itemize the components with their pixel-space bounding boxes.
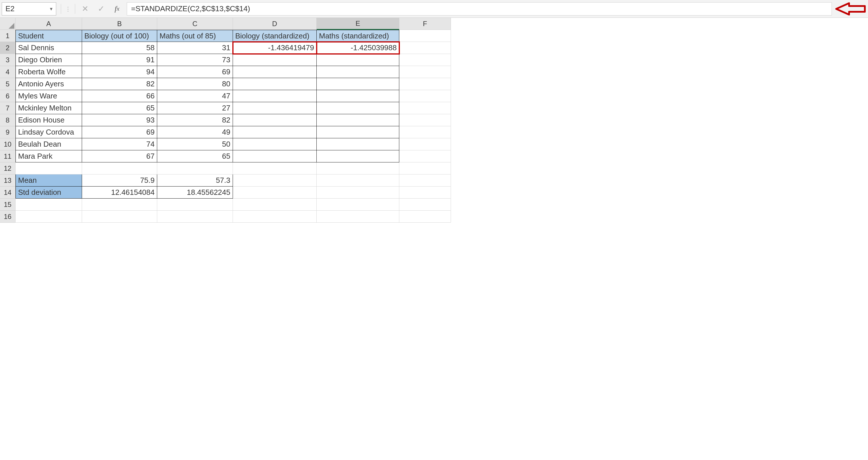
cell-bio[interactable]: 91 <box>82 54 157 66</box>
name-box-dropdown-icon[interactable]: ▾ <box>50 6 53 12</box>
cell-math-std[interactable] <box>317 138 399 150</box>
cell-bio-std[interactable] <box>233 102 317 114</box>
cell-bio[interactable]: 58 <box>82 42 157 54</box>
cell-F2[interactable] <box>399 42 451 54</box>
cell-F1[interactable] <box>399 30 451 42</box>
row-header-4[interactable]: 4 <box>0 66 16 78</box>
header-math-std[interactable]: Maths (standardized) <box>317 30 399 42</box>
cell-bio-std[interactable] <box>233 114 317 126</box>
header-bio-std[interactable]: Biology (standardized) <box>233 30 317 42</box>
cell-F4[interactable] <box>399 66 451 78</box>
enter-icon[interactable]: ✓ <box>93 3 109 15</box>
cell-student[interactable]: Sal Dennis <box>16 42 82 54</box>
cell-student[interactable]: Lindsay Cordova <box>16 126 82 138</box>
cell-F7[interactable] <box>399 102 451 114</box>
col-header-E[interactable]: E <box>317 18 399 30</box>
col-header-D[interactable]: D <box>233 18 317 30</box>
cell-math[interactable]: 47 <box>157 90 233 102</box>
row-header-9[interactable]: 9 <box>0 126 16 138</box>
std-math[interactable]: 18.45562245 <box>157 186 233 198</box>
cell-E13[interactable] <box>317 175 399 186</box>
cell-math[interactable]: 82 <box>157 114 233 126</box>
cell-math-std[interactable]: -1.425039988 <box>317 42 399 54</box>
row-header-8[interactable]: 8 <box>0 114 16 126</box>
cell-student[interactable]: Diego Obrien <box>16 54 82 66</box>
cell-bio-std[interactable] <box>233 54 317 66</box>
col-header-B[interactable]: B <box>82 18 157 30</box>
cell-math-std[interactable] <box>317 150 399 162</box>
cell-D14[interactable] <box>233 186 317 198</box>
cell-F13[interactable] <box>399 175 451 186</box>
row-header-5[interactable]: 5 <box>0 78 16 90</box>
cell-F3[interactable] <box>399 54 451 66</box>
cell-E15[interactable] <box>317 198 399 211</box>
cell-bio[interactable]: 74 <box>82 138 157 150</box>
mean-bio[interactable]: 75.9 <box>82 175 157 186</box>
std-label[interactable]: Std deviation <box>16 186 82 198</box>
cell-bio[interactable]: 94 <box>82 66 157 78</box>
cell-bio[interactable]: 65 <box>82 102 157 114</box>
cell-C16[interactable] <box>157 211 233 223</box>
cell-math-std[interactable] <box>317 102 399 114</box>
spreadsheet-grid[interactable]: A B C D E F 1 Student Biology (out of 10… <box>0 18 868 223</box>
row-header-16[interactable]: 16 <box>0 211 16 223</box>
header-biology[interactable]: Biology (out of 100) <box>82 30 157 42</box>
cell-student[interactable]: Antonio Ayers <box>16 78 82 90</box>
row-header-6[interactable]: 6 <box>0 90 16 102</box>
cell-D16[interactable] <box>233 211 317 223</box>
cell-F9[interactable] <box>399 126 451 138</box>
cell-math[interactable]: 69 <box>157 66 233 78</box>
cell-E16[interactable] <box>317 211 399 223</box>
cell-student[interactable]: Edison House <box>16 114 82 126</box>
cell-student[interactable]: Mckinley Melton <box>16 102 82 114</box>
cell-bio-std[interactable] <box>233 150 317 162</box>
cell-bio-std[interactable] <box>233 90 317 102</box>
cell-B12[interactable] <box>82 162 157 175</box>
row-header-7[interactable]: 7 <box>0 102 16 114</box>
cell-student[interactable]: Mara Park <box>16 150 82 162</box>
cell-math[interactable]: 65 <box>157 150 233 162</box>
cell-F6[interactable] <box>399 90 451 102</box>
cell-bio-std[interactable] <box>233 78 317 90</box>
header-maths[interactable]: Maths (out of 85) <box>157 30 233 42</box>
cell-bio[interactable]: 82 <box>82 78 157 90</box>
cell-A16[interactable] <box>16 211 82 223</box>
cell-F16[interactable] <box>399 211 451 223</box>
cell-math-std[interactable] <box>317 78 399 90</box>
mean-label[interactable]: Mean <box>16 175 82 186</box>
cell-C15[interactable] <box>157 198 233 211</box>
cell-D15[interactable] <box>233 198 317 211</box>
row-header-14[interactable]: 14 <box>0 186 16 198</box>
name-box[interactable]: E2 ▾ <box>2 2 56 16</box>
cell-math[interactable]: 73 <box>157 54 233 66</box>
cell-E12[interactable] <box>317 162 399 175</box>
cell-bio-std[interactable]: -1.436419479 <box>233 42 317 54</box>
row-header-15[interactable]: 15 <box>0 198 16 211</box>
cell-D12[interactable] <box>233 162 317 175</box>
cell-D13[interactable] <box>233 175 317 186</box>
col-header-F[interactable]: F <box>399 18 451 30</box>
cell-bio-std[interactable] <box>233 66 317 78</box>
cell-math-std[interactable] <box>317 90 399 102</box>
row-header-12[interactable]: 12 <box>0 162 16 175</box>
cell-student[interactable]: Roberta Wolfe <box>16 66 82 78</box>
col-header-C[interactable]: C <box>157 18 233 30</box>
cell-math-std[interactable] <box>317 54 399 66</box>
cell-F8[interactable] <box>399 114 451 126</box>
row-header-10[interactable]: 10 <box>0 138 16 150</box>
cell-bio[interactable]: 66 <box>82 90 157 102</box>
std-bio[interactable]: 12.46154084 <box>82 186 157 198</box>
col-header-A[interactable]: A <box>16 18 82 30</box>
cell-E14[interactable] <box>317 186 399 198</box>
cancel-icon[interactable]: ✕ <box>77 3 93 15</box>
cell-math-std[interactable] <box>317 66 399 78</box>
cell-math-std[interactable] <box>317 126 399 138</box>
cell-F12[interactable] <box>399 162 451 175</box>
cell-F5[interactable] <box>399 78 451 90</box>
cell-B15[interactable] <box>82 198 157 211</box>
cell-A12[interactable] <box>16 162 82 175</box>
cell-student[interactable]: Myles Ware <box>16 90 82 102</box>
cell-math[interactable]: 50 <box>157 138 233 150</box>
cell-bio-std[interactable] <box>233 126 317 138</box>
row-header-2[interactable]: 2 <box>0 42 16 54</box>
